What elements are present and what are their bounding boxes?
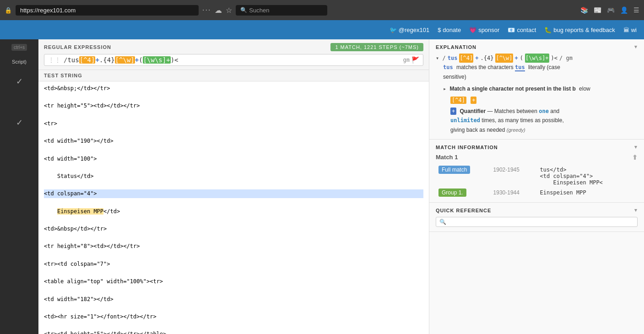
regex-token-wsr: [\w\s]+ bbox=[143, 56, 171, 64]
flag-icon[interactable]: 🚩 bbox=[411, 56, 419, 64]
full-match-badge: Full match bbox=[438, 166, 470, 174]
explanation-collapse-icon[interactable]: ▾ bbox=[634, 44, 638, 50]
exp-regex-plus1: + bbox=[475, 54, 478, 63]
test-string-section: TEST STRING <td>&nbsp;</td></tr> <tr hei… bbox=[38, 70, 429, 334]
exp-badge-row: [^4] + bbox=[450, 96, 638, 105]
institution-link[interactable]: 🏛 wi bbox=[623, 27, 637, 33]
exp-quantifier-desc3: giving back as needed (greedy) bbox=[450, 125, 638, 135]
regex-token-plus1: + bbox=[95, 56, 99, 64]
line-6: Status</td> bbox=[44, 172, 423, 181]
browser-more-icon[interactable]: ··· bbox=[202, 6, 211, 14]
test-string-title: TEST STRING bbox=[38, 70, 429, 81]
exp-regex-display: ▾ / tus [^4] + .{4} [^\w] + ( [\w\s]+ )<… bbox=[436, 54, 638, 63]
line-10: <tr height="8"><td></td></tr> bbox=[44, 242, 423, 251]
group1-badge-cell: Group 1. bbox=[436, 188, 491, 198]
keyboard-shortcut-label: ctrl+s bbox=[11, 44, 27, 51]
reader-icon[interactable]: 📰 bbox=[594, 6, 601, 14]
exp-quantifier-desc2: unlimited times, as many times as possib… bbox=[450, 116, 638, 125]
test-string-body[interactable]: <td>&nbsp;</td></tr> <tr height="5"><td>… bbox=[38, 81, 429, 334]
exp-badge-caret4: [^4] bbox=[450, 97, 466, 104]
match-share-icon[interactable]: ⬆ bbox=[632, 154, 638, 161]
regex-token-plus2: + bbox=[135, 56, 139, 64]
account-icon[interactable]: 👤 bbox=[620, 6, 628, 14]
exp-regex-pclose: )< bbox=[551, 54, 557, 63]
exp-regex-caretw: [^\w] bbox=[495, 54, 513, 63]
group1-value: Einspeisen MPP bbox=[537, 188, 638, 198]
match-info-header: Match 1 ⬆ bbox=[436, 154, 638, 161]
exp-regex-wsr: [\w\s]+ bbox=[525, 54, 549, 63]
checkmark-icon-1[interactable]: ✓ bbox=[16, 76, 23, 86]
full-match-range: 1902-1945 bbox=[491, 165, 537, 188]
regex-label: REGULAR EXPRESSION bbox=[44, 44, 111, 50]
top-navigation-bar: 🐦 @regex101 $ donate 💗 sponsor 📧 contact… bbox=[0, 20, 644, 39]
exp-badge-plus: + bbox=[471, 97, 476, 104]
line-2: <tr height="5"><td></td></tr> bbox=[44, 102, 423, 110]
line-12: <table align="top" width="100%"><tr> bbox=[44, 277, 423, 286]
institution-icon: 🏛 bbox=[623, 27, 629, 33]
checkmark-icon-2[interactable]: ✓ bbox=[16, 118, 23, 128]
regex-paren-open: ( bbox=[139, 56, 142, 64]
dollar-icon: $ bbox=[438, 27, 441, 33]
exp-arrow-main: ▾ / bbox=[436, 54, 446, 63]
sponsor-link[interactable]: 💗 sponsor bbox=[469, 27, 499, 33]
explanation-section: EXPLANATION ▾ ▾ / tus [^4] + .{4} [^\w] … bbox=[429, 39, 644, 140]
twitter-link[interactable]: 🐦 @regex101 bbox=[390, 27, 429, 33]
qr-search-icon: 🔍 bbox=[439, 219, 446, 225]
regex-lt: < bbox=[174, 56, 178, 64]
sidebar-script-item[interactable]: Script) bbox=[0, 56, 38, 67]
line-1: <td>&nbsp;</td></tr> bbox=[44, 84, 423, 93]
explanation-label: EXPLANATION bbox=[436, 44, 476, 50]
exp-plus-badge: + bbox=[450, 108, 456, 115]
regex-input-container[interactable]: ⋮⋮ / tus [^4] + .{4} [^\w] + ( [\w\s]+ )… bbox=[44, 54, 423, 66]
match-badge: 1 match, 1221 steps (~7ms) bbox=[330, 43, 423, 51]
regex-token-caretw: [^\w] bbox=[115, 56, 135, 64]
match-info-section: MATCH INFORMATION ▾ Match 1 ⬆ Full match… bbox=[429, 140, 644, 203]
right-panel: EXPLANATION ▾ ▾ / tus [^4] + .{4} [^\w] … bbox=[429, 39, 644, 334]
exp-regex-close: / gm bbox=[559, 54, 573, 63]
line-14: <td><hr size="1"></font></td></tr> bbox=[44, 312, 423, 321]
quick-ref-title: QUICK REFERENCE ▾ bbox=[436, 207, 638, 213]
quick-reference-section: QUICK REFERENCE ▾ 🔍 bbox=[429, 203, 644, 232]
regex-plain-1: tus bbox=[67, 56, 79, 64]
line-11: <tr><td colspan="7"> bbox=[44, 260, 423, 269]
bug-icon: 🐛 bbox=[544, 27, 552, 33]
contact-link[interactable]: 📧 contact bbox=[508, 27, 536, 33]
line-5: <td width="100"> bbox=[44, 155, 423, 163]
browser-toolbar-icons: 📚 📰 🎮 👤 ☰ bbox=[580, 6, 639, 14]
full-match-value: tus</td> <td colspan="4"> Einspeisen MPP… bbox=[537, 165, 638, 188]
regex-paren-close: ) bbox=[171, 56, 174, 64]
menu-icon[interactable]: ☰ bbox=[633, 6, 639, 14]
browser-url-bar[interactable]: https://regex101.com bbox=[16, 5, 199, 16]
delimiter-open: / bbox=[64, 56, 67, 64]
match-1-label: Match 1 bbox=[436, 154, 458, 161]
regex-section: REGULAR EXPRESSION 1 match, 1221 steps (… bbox=[38, 39, 429, 70]
line-3: <tr> bbox=[44, 119, 423, 128]
email-icon: 📧 bbox=[508, 27, 515, 33]
match-table: Full match 1902-1945 tus</td> <td colspa… bbox=[436, 165, 638, 198]
drag-handle-icon: ⋮⋮ bbox=[48, 56, 61, 64]
library-icon[interactable]: 📚 bbox=[580, 6, 588, 14]
bug-reports-link[interactable]: 🐛 bug reports & feedback bbox=[544, 27, 615, 33]
donate-link[interactable]: $ donate bbox=[438, 27, 461, 33]
browser-chrome: 🔒 https://regex101.com ··· ☁ ☆ 🔍 Suchen … bbox=[0, 0, 644, 20]
group1-badge: Group 1. bbox=[438, 189, 466, 197]
pocket-icon[interactable]: ☁ bbox=[215, 6, 222, 15]
exp-regex-plus2: + bbox=[515, 54, 518, 63]
line-8-group: Einspeisen MPP</td> bbox=[44, 207, 423, 216]
exp-arrow-match: ▸ bbox=[443, 86, 449, 92]
star-icon[interactable]: ☆ bbox=[226, 6, 232, 15]
table-row: Group 1. 1930-1944 Einspeisen MPP bbox=[436, 188, 638, 198]
line-9: <td>&nbsp</td></tr> bbox=[44, 225, 423, 233]
line-4: <td width="190"></td> bbox=[44, 137, 423, 145]
group-highlight: Einspeisen MPP bbox=[57, 208, 103, 215]
quick-ref-collapse-icon[interactable]: ▾ bbox=[634, 207, 638, 213]
group1-range: 1930-1944 bbox=[491, 188, 537, 198]
match-info-title: MATCH INFORMATION ▾ bbox=[436, 144, 638, 150]
match-info-collapse-icon[interactable]: ▾ bbox=[634, 144, 638, 150]
dnd-icon[interactable]: 🎮 bbox=[607, 6, 615, 14]
browser-search-box[interactable]: 🔍 Suchen bbox=[236, 5, 327, 16]
main-layout: ctrl+s Script) ✓ ✓ REGULAR EXPRESSION 1 … bbox=[0, 39, 644, 334]
sidebar-script-label: Script) bbox=[12, 59, 27, 65]
quick-ref-search[interactable]: 🔍 bbox=[436, 217, 638, 227]
center-panel: REGULAR EXPRESSION 1 match, 1221 steps (… bbox=[38, 39, 429, 334]
